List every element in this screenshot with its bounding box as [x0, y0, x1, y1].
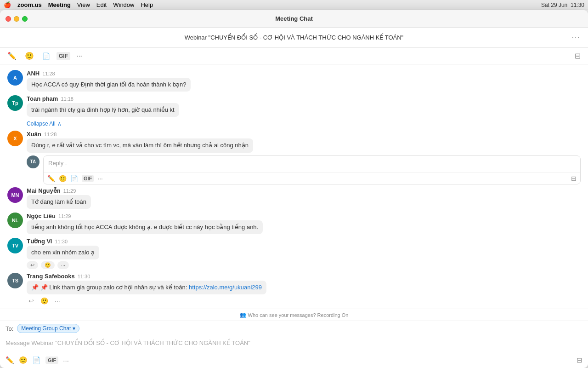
table-row: TS Trang Safebooks 11:30 📌 📌 Link tham g…: [0, 271, 588, 307]
compose-gif-icon[interactable]: GIF: [45, 356, 58, 364]
reply-file-icon[interactable]: 📄: [70, 175, 78, 182]
zalo-link[interactable]: https://zalo.me/g/ukuani299: [189, 284, 262, 291]
message-content: ANH 11:28 Học ACCA có quy Định thời gian…: [27, 70, 581, 92]
message-content: Trang Safebooks 11:30 📌 📌 Link tham gia …: [27, 273, 581, 305]
reply-format-icon[interactable]: ✏️: [47, 175, 55, 182]
compose-emoji-icon[interactable]: 🙂: [19, 356, 28, 364]
sender-name: Trang Safebooks: [27, 273, 75, 280]
compose-file-icon[interactable]: 📄: [32, 356, 41, 364]
message-text: Tớ đang làm kế toán: [27, 195, 91, 209]
reply-more-icon[interactable]: ···: [97, 175, 103, 182]
message-time: 11:29: [63, 188, 76, 194]
chat-window: Meeting Chat Webinar "CHUYỂN ĐỔI SỐ - CƠ…: [0, 10, 588, 368]
message-content: Mai Nguyễn 11:29 Tớ đang làm kế toán: [27, 187, 581, 209]
message-header: Ngọc Liêu 11:29: [27, 213, 581, 219]
sender-name: Ngọc Liêu: [27, 213, 56, 219]
thread-avatar: TA: [27, 155, 40, 168]
fullscreen-button[interactable]: [22, 16, 28, 22]
compose-send-icon[interactable]: ⊟: [577, 356, 582, 364]
chevron-up-icon: ∧: [57, 121, 62, 127]
avatar: TV: [7, 238, 23, 253]
pin-icon: 📌: [31, 284, 39, 291]
message-actions: ↩ 🙂 ···: [27, 261, 581, 269]
more-options-button[interactable]: ···: [572, 34, 581, 42]
status-bar: 👥 Who can see your messages? Recording O…: [0, 309, 588, 321]
avatar: X: [7, 131, 23, 146]
recipient-chip[interactable]: Meeting Group Chat ▾: [17, 324, 79, 333]
collapse-all-button[interactable]: Collapse All ∧: [27, 121, 581, 127]
message-header: Xuân 11:28: [27, 131, 581, 138]
message-content: Toan pham 11:18 trái ngành thì cty gia đ…: [27, 95, 581, 117]
collapse-all-row: Collapse All ∧: [0, 119, 588, 129]
smile-icon: 🙂: [45, 262, 51, 268]
menu-app[interactable]: zoom.us: [17, 1, 42, 8]
menubar: 🍎 zoom.us Meeting View Edit Window Help …: [0, 0, 588, 10]
message-time: 11:28: [42, 71, 55, 76]
sender-name: Toan pham: [27, 95, 58, 102]
gif-icon[interactable]: GIF: [57, 52, 70, 60]
format-icon[interactable]: ✏️: [6, 51, 18, 61]
emoji-icon[interactable]: 🙂: [23, 51, 36, 61]
message-text: Học ACCA có quy Định thời gian tối đa ho…: [27, 78, 191, 92]
message-header: Mai Nguyễn 11:29: [27, 187, 581, 194]
chevron-down-icon: ▾: [73, 325, 75, 332]
message-content: Tường Vi 11:30 cho em xin nhóm zalo ạ ↩ …: [27, 238, 581, 269]
reply-box: Reply . ✏️ 🙂 📄 GIF ··· ⊟: [43, 155, 581, 184]
menu-clock: Sat 29 Jun 11:30: [541, 2, 584, 8]
status-icon: 👥: [240, 312, 246, 318]
more-actions-button[interactable]: ···: [57, 261, 69, 269]
reply-input[interactable]: Reply .: [44, 156, 580, 172]
compose-more-icon[interactable]: ···: [63, 356, 69, 364]
menu-view[interactable]: View: [77, 1, 90, 8]
sender-name: Tường Vi: [27, 238, 52, 245]
minimize-button[interactable]: [14, 16, 19, 22]
filter-icon[interactable]: ⊟: [573, 51, 582, 61]
emoji-small-icon[interactable]: 🙂: [39, 296, 50, 305]
window-controls: [0, 10, 33, 27]
compose-toolbar: ✏️ 🙂 📄 GIF ··· ⊟: [0, 354, 588, 368]
message-time: 11:30: [55, 239, 68, 244]
link-message-prefix: 📌 Link tham gia group zalo cơ hội nhân s…: [40, 284, 189, 291]
file-icon[interactable]: 📄: [40, 52, 52, 61]
message-time: 11:30: [78, 274, 90, 279]
reply-thread-row: TA Reply . ✏️ 🙂 📄 GIF ··· ⊟: [0, 155, 588, 185]
compose-input[interactable]: Message Webinar "CHUYỂN ĐỔI SỐ - CƠ HỘI …: [6, 338, 582, 351]
menu-window[interactable]: Window: [113, 1, 134, 8]
top-toolbar: ✏️ 🙂 📄 GIF ··· ⊟: [0, 48, 588, 64]
message-text: Đúng r, e rất vất vả cho vc tìm vc, mà v…: [27, 138, 253, 152]
reply-action-button[interactable]: ↩: [27, 261, 38, 269]
reply-icon: ↩: [30, 262, 34, 268]
compose-format-icon[interactable]: ✏️: [6, 356, 14, 364]
sender-name: Xuân: [27, 131, 41, 138]
webinar-title: Webinar "CHUYỂN ĐỔI SỐ - CƠ HỘI VÀ THÁCH…: [185, 34, 403, 41]
more-icon[interactable]: ···: [75, 51, 85, 61]
sender-name: ANH: [27, 70, 40, 77]
reply-filter-icon[interactable]: ⊟: [571, 175, 577, 182]
apple-menu[interactable]: 🍎: [4, 1, 11, 8]
more-small-icon[interactable]: ···: [53, 296, 62, 305]
dots-icon: ···: [61, 263, 65, 268]
avatar: A: [7, 70, 23, 86]
menu-help[interactable]: Help: [141, 1, 153, 8]
reply-gif-icon[interactable]: GIF: [82, 175, 94, 182]
chat-area: A ANH 11:28 Học ACCA có quy Định thời gi…: [0, 64, 588, 309]
message-text: 📌 📌 Link tham gia group zalo cơ hội nhân…: [27, 281, 266, 294]
reply-emoji-icon[interactable]: 🙂: [59, 175, 67, 182]
close-button[interactable]: [6, 16, 11, 22]
compose-area: To: Meeting Group Chat ▾ Message Webinar…: [0, 321, 588, 368]
reply-small-icon[interactable]: ↩: [27, 296, 36, 305]
message-content: Xuân 11:28 Đúng r, e rất vất vả cho vc t…: [27, 131, 581, 152]
table-row: X Xuân 11:28 Đúng r, e rất vất vả cho vc…: [0, 129, 588, 154]
traffic-lights: [0, 12, 33, 26]
avatar: Tp: [7, 95, 23, 111]
message-actions: ↩ 🙂 ···: [27, 296, 581, 305]
compose-to-row: To: Meeting Group Chat ▾: [0, 321, 588, 336]
menu-meeting[interactable]: Meeting: [48, 1, 71, 8]
table-row: A ANH 11:28 Học ACCA có quy Định thời gi…: [0, 68, 588, 93]
table-row: MN Mai Nguyễn 11:29 Tớ đang làm kế toán: [0, 185, 588, 211]
message-text: cho em xin nhóm zalo ạ: [27, 246, 99, 259]
message-text: tiếng anh không tốt học ACCA được không …: [27, 220, 263, 234]
emoji-react-button[interactable]: 🙂: [41, 261, 55, 269]
menu-edit[interactable]: Edit: [96, 1, 107, 8]
collapse-all-label: Collapse All: [27, 121, 56, 127]
